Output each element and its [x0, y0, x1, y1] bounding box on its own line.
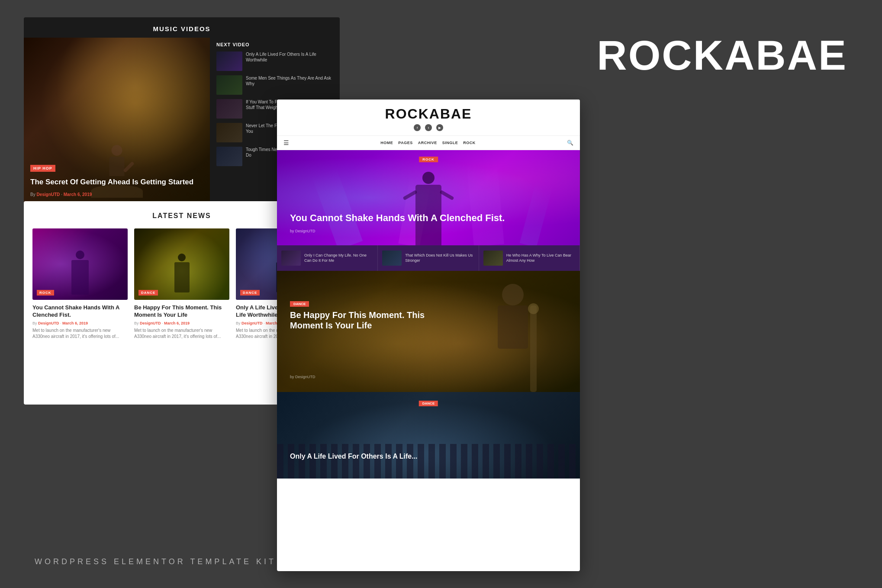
sidebar-thumb-4: [216, 123, 242, 142]
brand-name-large: ROCKABAE: [597, 35, 847, 76]
main-video-title: The Secret Of Getting Ahead Is Getting S…: [30, 177, 203, 187]
youtube-icon[interactable]: ▶: [436, 124, 443, 131]
news-card-img-1: ROCK: [32, 228, 128, 300]
rb-hero-1: ROCK You Cannot Shake Hands With A Clenc…: [277, 150, 580, 245]
hero1-meta: by DesignUTD: [290, 229, 315, 233]
section3-tag: DANCE: [419, 401, 438, 406]
hero2-title: Be Happy For This Moment. This Moment Is…: [290, 310, 441, 331]
hero2-meta: by DesignUTD: [290, 375, 315, 379]
feat-text-3: He Who Has A Why To Live Can Bear Almost…: [506, 253, 575, 263]
sidebar-video-1[interactable]: Only A Life Lived For Others Is A Life W…: [216, 51, 333, 71]
facebook-icon[interactable]: f: [414, 124, 421, 131]
next-video-label: NEXT VIDEO: [216, 42, 333, 47]
rb-nav-links: HOME PAGES ARCHIVE SINGLE ROCK: [380, 141, 475, 145]
feat-thumb-1: [281, 251, 301, 266]
feat-text-1: Only I Can Change My Life. No One Can Do…: [304, 253, 373, 263]
nav-rock[interactable]: ROCK: [463, 141, 476, 145]
main-video-meta: By DesignUTD · March 6, 2019: [30, 192, 92, 197]
featured-item-3[interactable]: He Who Has A Why To Live Can Bear Almost…: [479, 245, 580, 271]
news-card-excerpt-2: Met to launch on the manufacturer's new …: [134, 328, 229, 340]
news-card-excerpt-1: Met to launch on the manufacturer's new …: [32, 328, 128, 340]
music-videos-header: MUSIC VIDEOS: [24, 17, 340, 38]
sidebar-text-1: Only A Life Lived For Others Is A Life W…: [246, 51, 333, 63]
nav-archive[interactable]: ARCHIVE: [418, 141, 437, 145]
rb-featured-bar: Only I Can Change My Life. No One Can Do…: [277, 245, 580, 271]
news-card-tag-1: ROCK: [37, 290, 54, 296]
featured-item-1[interactable]: Only I Can Change My Life. No One Can Do…: [277, 245, 378, 271]
rb-hero-2: DANCE Be Happy For This Moment. This Mom…: [277, 271, 580, 392]
feat-thumb-3: [483, 251, 503, 266]
news-card-meta-1: By DesignUTD · March 6, 2019: [32, 321, 128, 325]
news-card-title-2: Be Happy For This Moment. This Moment Is…: [134, 304, 229, 319]
rb-section-3: DANCE Only A Life Lived For Others Is A …: [277, 392, 580, 479]
news-card-2[interactable]: DANCE Be Happy For This Moment. This Mom…: [134, 228, 229, 340]
rb-header: ROCKABAE f t ▶: [277, 100, 580, 136]
news-card-img-2: DANCE: [134, 228, 229, 300]
featured-item-2[interactable]: That Which Does Not Kill Us Makes Us Str…: [378, 245, 479, 271]
sidebar-thumb-2: [216, 75, 242, 95]
feat-text-2: That Which Does Not Kill Us Makes Us Str…: [405, 253, 474, 263]
hero1-title: You Cannot Shake Hands With A Clenched F…: [290, 212, 567, 224]
rb-social-links: f t ▶: [286, 124, 571, 131]
news-card-title-1: You Cannot Shake Hands With A Clenched F…: [32, 304, 128, 319]
twitter-icon[interactable]: t: [425, 124, 432, 131]
hero2-tag: DANCE: [290, 301, 309, 307]
news-card-meta-2: By DesignUTD · March 6, 2019: [134, 321, 229, 325]
search-icon[interactable]: 🔍: [567, 140, 573, 146]
nav-pages[interactable]: PAGES: [398, 141, 412, 145]
rockabae-mockup: ROCKABAE f t ▶ ☰ HOME PAGES ARCHIVE SING…: [277, 100, 580, 571]
footer-text: WordPress Elementor Template Kit: [35, 557, 276, 566]
section3-title: Only A Life Lived For Others Is A Life..…: [290, 452, 567, 461]
hero1-tag: ROCK: [419, 157, 438, 162]
sidebar-thumb-5: [216, 147, 242, 166]
rb-nav: ☰ HOME PAGES ARCHIVE SINGLE ROCK 🔍: [277, 136, 580, 150]
main-video[interactable]: HIP HOP The Secret Of Getting Ahead Is G…: [24, 38, 210, 202]
news-card-1[interactable]: ROCK You Cannot Shake Hands With A Clenc…: [32, 228, 128, 340]
nav-single[interactable]: SINGLE: [442, 141, 458, 145]
nav-home[interactable]: HOME: [380, 141, 393, 145]
news-card-tag-3: DANCE: [240, 290, 260, 296]
main-video-tag: HIP HOP: [30, 165, 55, 172]
rb-logo: ROCKABAE: [286, 106, 571, 122]
sidebar-thumb-1: [216, 51, 242, 71]
sidebar-thumb-3: [216, 99, 242, 119]
feat-thumb-2: [382, 251, 402, 266]
sidebar-video-2[interactable]: Some Men See Things As They Are And Ask …: [216, 75, 333, 95]
hamburger-icon[interactable]: ☰: [283, 139, 289, 146]
news-card-tag-2: DANCE: [138, 290, 158, 296]
sidebar-text-2: Some Men See Things As They Are And Ask …: [246, 75, 333, 87]
